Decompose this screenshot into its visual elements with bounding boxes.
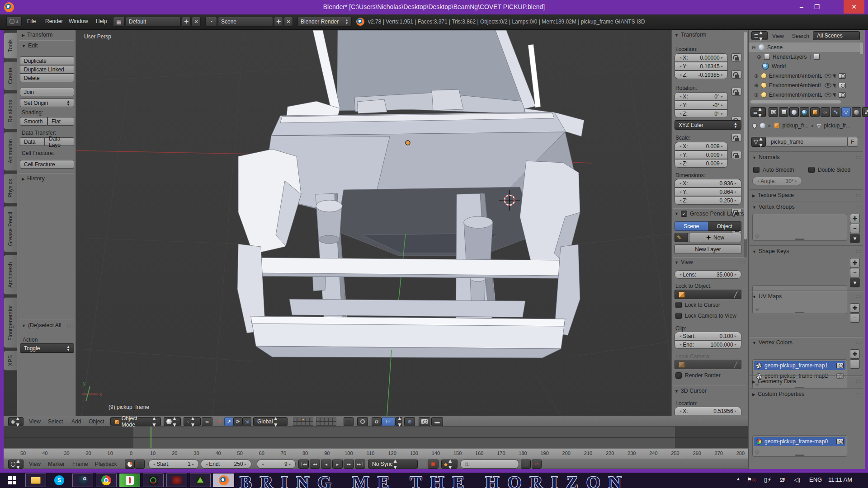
rotation-mode-dropdown[interactable]: XYZ Euler▲▼ [675, 120, 741, 130]
vp-menu-select[interactable]: Select [48, 418, 63, 425]
cursor-x-field[interactable]: ◂ X:0.51956 ▸ [675, 407, 741, 415]
data-transfer-data-button[interactable]: Data [20, 137, 45, 146]
snap-toggle[interactable]: Ʊ [372, 417, 382, 426]
scale-x-field[interactable]: ◂ X:0.009 ▸ [675, 142, 728, 150]
eyedropper-icon[interactable]: ╱ [734, 291, 737, 298]
clock-time[interactable]: 11:11 AM [828, 476, 852, 483]
cell-fracture-button[interactable]: Cell Fracture [20, 160, 74, 169]
play-button[interactable]: ▸ [332, 460, 343, 469]
auto-smooth-angle-field[interactable]: ◂ Angle:30° ▸ [752, 177, 802, 185]
outliner-row-renderlayers[interactable]: ⊕ RenderLayers| [757, 52, 861, 61]
orientation-dropdown[interactable]: Global▲▼ [253, 417, 288, 426]
datablock-name-field[interactable]: pickup_frame [766, 137, 847, 147]
tab-object-icon[interactable] [810, 107, 820, 117]
dimensions-y-field[interactable]: ◂ Y:0.864 ▸ [675, 188, 741, 196]
tab-tools[interactable]: Tools [4, 33, 17, 59]
vp-menu-add[interactable]: Add [71, 418, 81, 425]
lock-to-object-field[interactable]: ╱ [675, 290, 741, 299]
scale-z-field[interactable]: ◂ Z:0.009 ▸ [675, 159, 728, 168]
selectability-arrow-icon[interactable] [832, 73, 837, 78]
taskbar-node-app[interactable] [190, 474, 211, 487]
mode-dropdown[interactable]: Object Mode▲▼ [110, 417, 161, 426]
set-origin-dropdown[interactable]: Set Origin▲▼ [20, 99, 74, 107]
axis-widget-icon[interactable]: ✛ [215, 418, 223, 426]
editor-type-3dview-dropdown[interactable]: ◈▲▼ [8, 417, 24, 426]
panel-transform-header[interactable]: ▶Transform [22, 32, 52, 38]
grease-pencil-checkbox[interactable]: ✓ [681, 211, 687, 217]
uv-render-camera-icon[interactable] [836, 363, 844, 368]
dimensions-x-field[interactable]: ◂ X:0.936 ▸ [675, 179, 741, 188]
layer-group-2[interactable] [316, 418, 336, 426]
vertex-colors-header[interactable]: ▼Vertex Colors [752, 339, 793, 346]
panel-deselect-header[interactable]: ▼(De)select All [22, 322, 61, 328]
tab-object-data-icon[interactable]: ▽ [841, 107, 851, 117]
fake-user-button[interactable]: F [847, 137, 858, 147]
add-layout-button[interactable]: ✚ [182, 17, 191, 27]
taskbar-gpu-tweak[interactable] [166, 474, 187, 487]
rotation-z-field[interactable]: ◂ Z:0° ▸ [675, 109, 728, 118]
opengl-animation-button[interactable]: ▬ [431, 417, 443, 426]
texture-space-header[interactable]: ▶Texture Space [752, 192, 794, 198]
location-z-field[interactable]: ◂ Z:-0.19385 ▸ [675, 70, 728, 79]
taskbar-skype[interactable]: S [49, 474, 70, 487]
tab-render-icon[interactable] [769, 107, 778, 117]
shade-smooth-button[interactable]: Smooth [20, 117, 47, 126]
mesh-datablock-icon-dropdown[interactable]: ▽▲▼ [751, 137, 766, 147]
tray-expand-icon[interactable]: ▲ [736, 476, 741, 481]
tab-modifiers-icon[interactable]: 🔧︎ [831, 107, 840, 117]
render-border-row[interactable]: Render Border [675, 372, 721, 379]
menu-file[interactable]: File [27, 18, 36, 24]
gp-new-button[interactable]: ✚New [689, 233, 741, 242]
npanel-scrollbar[interactable] [744, 32, 747, 258]
join-button[interactable]: Join [20, 88, 74, 96]
visibility-eye-icon[interactable] [825, 74, 831, 78]
tab-floorgenerator[interactable]: Floorgenerator [4, 297, 17, 348]
tab-world-icon[interactable] [800, 107, 809, 117]
time-indicator-button[interactable] [125, 460, 135, 469]
vertex-group-remove-button[interactable]: − [850, 224, 860, 233]
scene-icon[interactable]: ◔ [205, 17, 217, 27]
manipulator-translate-button[interactable]: ↗ [224, 417, 233, 426]
taskbar-chrome[interactable] [96, 474, 117, 487]
close-button[interactable]: ✕ [844, 0, 864, 14]
tl-menu-playback[interactable]: Playback [95, 461, 117, 467]
editor-type-timeline-dropdown[interactable]: ▲▼ [8, 460, 24, 469]
play-reverse-button[interactable]: ◂ [321, 460, 331, 469]
shape-keys-list[interactable]: ⊕▬▬ [752, 285, 847, 314]
outliner-menu-view[interactable]: View [772, 33, 784, 39]
vertex-color-remove-button[interactable]: − [850, 359, 860, 369]
screen-layout-dropdown[interactable]: Default [126, 17, 181, 27]
duplicate-linked-button[interactable]: Duplicate Linked [20, 65, 74, 74]
insert-keyframe-button[interactable]: ⚿ [521, 460, 531, 469]
breadcrumb-object-label[interactable]: pickup_fr... [783, 122, 809, 129]
npanel-view-header[interactable]: ▼View [675, 259, 693, 265]
collapse-icon[interactable]: ⊖ [751, 44, 756, 51]
viewport-canvas[interactable]: x y User Persp (9) pickup_frame [4, 30, 748, 416]
outliner-scope-dropdown[interactable]: All Scenes [813, 31, 860, 40]
snap-target-button[interactable]: ⊕ [404, 417, 415, 426]
language-indicator[interactable]: ENG [809, 476, 822, 483]
pin-icon[interactable] [751, 122, 758, 129]
scale-y-field[interactable]: ◂ Y:0.009 ▸ [675, 150, 728, 159]
taskbar-afterburner[interactable] [143, 474, 164, 487]
outliner-display-dropdown[interactable]: ☰▲▼ [751, 31, 768, 40]
tab-scene-icon[interactable] [789, 107, 799, 117]
tl-menu-marker[interactable]: Marker [48, 461, 65, 467]
action-dropdown[interactable]: Toggle▲▼ [20, 343, 74, 353]
cursor-3d-header[interactable]: ▼3D Cursor [675, 388, 707, 394]
tl-menu-frame[interactable]: Frame [72, 461, 88, 467]
shape-key-specials-dropdown[interactable]: ▾ [850, 278, 860, 287]
snap-element-dropdown[interactable]: ▲▼ [395, 417, 402, 426]
volume-icon[interactable]: ◁) [794, 476, 800, 483]
vertex-group-specials-dropdown[interactable]: ▾ [850, 234, 860, 243]
vertex-groups-header[interactable]: ▼Vertex Groups [752, 204, 795, 210]
uv-maps-list[interactable]: geom-pickup_frame-map1 geom-pickup_frame… [752, 359, 847, 389]
duplicate-button[interactable]: Duplicate [20, 56, 74, 65]
lock-rotation-z-icon[interactable] [731, 151, 741, 159]
keying-set-dropdown[interactable]: ◆▲▼ [441, 460, 458, 469]
layer-group-1[interactable] [293, 418, 313, 426]
selectability-arrow-icon[interactable] [832, 82, 837, 88]
current-frame-field[interactable]: ◂9 ▸ [257, 460, 296, 469]
jump-to-end-button[interactable]: ▸▸⏐ [355, 460, 365, 469]
taskbar-blender-active[interactable] [213, 474, 234, 487]
